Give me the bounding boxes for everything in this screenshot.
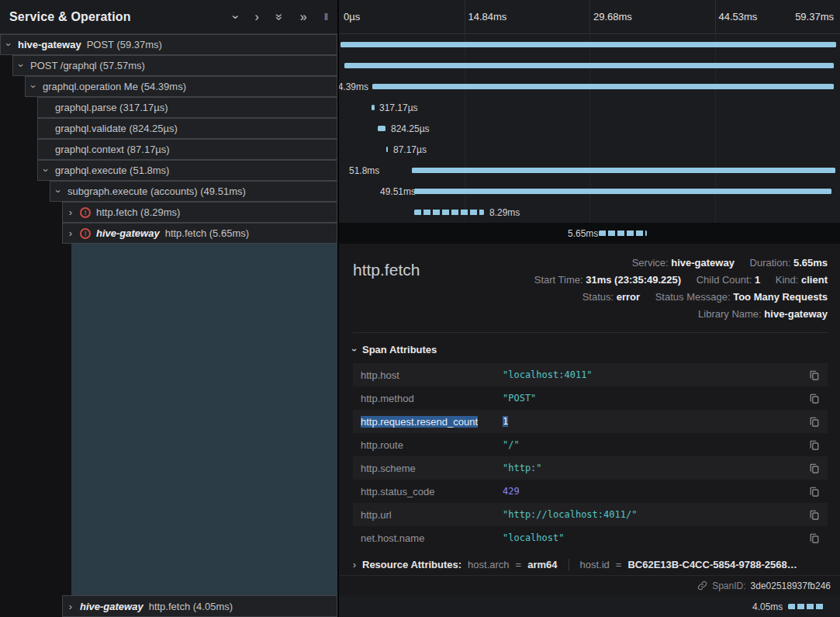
- copy-icon[interactable]: [809, 486, 820, 497]
- span-bar[interactable]: [378, 126, 385, 131]
- copy-icon[interactable]: [809, 509, 820, 521]
- span-attributes-section-header[interactable]: › Span Attributes: [353, 344, 828, 355]
- tree-row[interactable]: › ! hive-gateway http.fetch (5.65ms): [62, 223, 337, 244]
- span-duration-label: 87.17µs: [393, 144, 427, 155]
- copy-icon[interactable]: [809, 369, 820, 381]
- attribute-row[interactable]: http.route "/": [353, 433, 828, 456]
- error-icon: !: [80, 228, 91, 239]
- tree-row[interactable]: › subgraph.execute (accounts) (49.51ms): [50, 181, 337, 202]
- start-time-value: 31ms (23:35:49.225): [586, 274, 681, 286]
- attribute-row[interactable]: http.host "localhost:4011": [353, 363, 828, 386]
- tree-row[interactable]: graphql.validate (824.25µs): [37, 118, 337, 139]
- attribute-key: http.scheme: [361, 463, 503, 474]
- tree-row[interactable]: › graphql.execute (51.8ms): [37, 160, 337, 181]
- copy-icon[interactable]: [809, 439, 820, 451]
- span-tree: › hive-gateway POST (59.37ms) › POST /gr…: [0, 34, 337, 244]
- trace-viewer: Service & Operation › › » » ‖ 0µs 14.84m…: [0, 0, 840, 617]
- status-label: Status:: [582, 291, 614, 303]
- span-bar[interactable]: [788, 604, 824, 609]
- tree-row[interactable]: › graphql.operation Me (54.39ms): [25, 76, 337, 97]
- span-duration-label: 49.51ms: [380, 186, 416, 197]
- chevron-right-icon: ›: [353, 560, 356, 570]
- attribute-row[interactable]: http.url "http://localhost:4011/": [353, 503, 828, 526]
- chevron-down-icon[interactable]: ›: [41, 167, 51, 175]
- chevron-down-icon[interactable]: ›: [230, 15, 242, 19]
- attribute-key: http.request.resend_count: [361, 416, 478, 428]
- chevron-right-icon[interactable]: ›: [67, 207, 74, 217]
- vertical-separator: [569, 559, 569, 570]
- status-message-label: Status Message:: [655, 291, 731, 303]
- span-bar[interactable]: [372, 84, 834, 89]
- chevron-down-icon[interactable]: ›: [29, 83, 39, 91]
- chevron-right-icon[interactable]: ›: [254, 11, 258, 23]
- span-service: hive-gateway: [80, 601, 143, 612]
- double-chevron-right-icon[interactable]: »: [300, 11, 307, 23]
- attribute-row[interactable]: http.status_code 429: [353, 480, 828, 503]
- span-label: http.fetch (5.65ms): [165, 227, 249, 239]
- chevron-down-icon[interactable]: ›: [4, 41, 14, 49]
- service-value: hive-gateway: [671, 257, 735, 269]
- attribute-row[interactable]: http.scheme "http:": [353, 456, 828, 480]
- chevron-down-icon[interactable]: ›: [54, 188, 64, 196]
- span-id-value: 3de02518937fb246: [751, 581, 831, 591]
- link-icon[interactable]: [697, 581, 707, 591]
- span-bar[interactable]: [412, 168, 835, 173]
- equals-sign: =: [616, 559, 622, 570]
- chevron-right-icon[interactable]: ›: [67, 601, 74, 612]
- span-bar[interactable]: [599, 231, 647, 236]
- timeline-row: 54.39ms: [339, 76, 840, 97]
- chevron-right-icon[interactable]: ›: [67, 228, 74, 238]
- tree-row[interactable]: › hive-gateway http.fetch (4.05ms): [62, 595, 337, 617]
- copy-icon[interactable]: [809, 393, 820, 404]
- span-bar[interactable]: [414, 189, 831, 194]
- tree-row[interactable]: graphql.context (87.17µs): [37, 139, 337, 160]
- error-icon: !: [80, 207, 91, 218]
- tree-row[interactable]: graphql.parse (317.17µs): [37, 97, 337, 118]
- span-label: graphql.operation Me (54.39ms): [43, 81, 186, 92]
- attribute-value: "localhost:4011": [503, 369, 593, 380]
- resource-attributes-row[interactable]: › Resource Attributes: host.arch = arm64…: [353, 559, 828, 570]
- drag-handle-icon[interactable]: ‖: [324, 12, 328, 22]
- copy-icon[interactable]: [809, 416, 820, 428]
- span-bar[interactable]: [372, 105, 375, 110]
- span-bar[interactable]: [414, 210, 484, 215]
- expanded-subtree-area: [71, 244, 337, 595]
- tree-row[interactable]: › POST /graphql (57.57ms): [12, 55, 337, 76]
- equals-sign: =: [516, 559, 522, 570]
- tree-row[interactable]: › hive-gateway POST (59.37ms): [0, 34, 337, 55]
- span-bar[interactable]: [386, 147, 388, 152]
- span-duration-label: 54.39ms: [339, 81, 368, 92]
- attribute-row[interactable]: net.host.name "localhost": [353, 526, 828, 549]
- span-label: POST (59.37ms): [87, 39, 162, 50]
- double-chevron-down-icon[interactable]: »: [273, 13, 285, 20]
- panel-header: Service & Operation › › » » ‖: [0, 0, 337, 34]
- resource-attribute-key: host.id: [580, 559, 610, 570]
- tree-row[interactable]: › ! http.fetch (8.29ms): [62, 202, 337, 223]
- ruler-tick: 29.68ms: [593, 11, 632, 23]
- span-label: POST /graphql (57.57ms): [30, 60, 145, 71]
- resource-attributes-heading: Resource Attributes:: [362, 559, 461, 570]
- timeline-row: 317.17µs: [339, 97, 840, 118]
- status-value: error: [617, 291, 640, 303]
- status-message-value: Too Many Requests: [733, 291, 828, 303]
- detail-divider: [353, 332, 828, 333]
- attribute-key: http.method: [361, 393, 503, 404]
- panel-divider[interactable]: [337, 0, 339, 617]
- kind-label: Kind:: [776, 274, 799, 286]
- chevron-down-icon[interactable]: ›: [16, 62, 26, 70]
- attribute-row-selected[interactable]: http.request.resend_count 1: [353, 410, 828, 433]
- ruler-gridline: [589, 0, 590, 33]
- span-duration-label: 824.25µs: [391, 123, 430, 134]
- span-bar[interactable]: [340, 42, 836, 47]
- attribute-value: "/": [503, 439, 520, 450]
- duration-value: 5.65ms: [793, 257, 828, 269]
- timeline-row: 51.8ms: [339, 160, 840, 181]
- timeline-row: 87.17µs: [339, 139, 840, 160]
- span-service: hive-gateway: [96, 227, 160, 239]
- attribute-row[interactable]: http.method "POST": [353, 386, 828, 410]
- span-label: graphql.context (87.17µs): [55, 144, 170, 155]
- span-duration-label: 51.8ms: [349, 165, 379, 176]
- copy-icon[interactable]: [809, 463, 820, 474]
- span-bar[interactable]: [344, 63, 834, 68]
- copy-icon[interactable]: [809, 532, 820, 544]
